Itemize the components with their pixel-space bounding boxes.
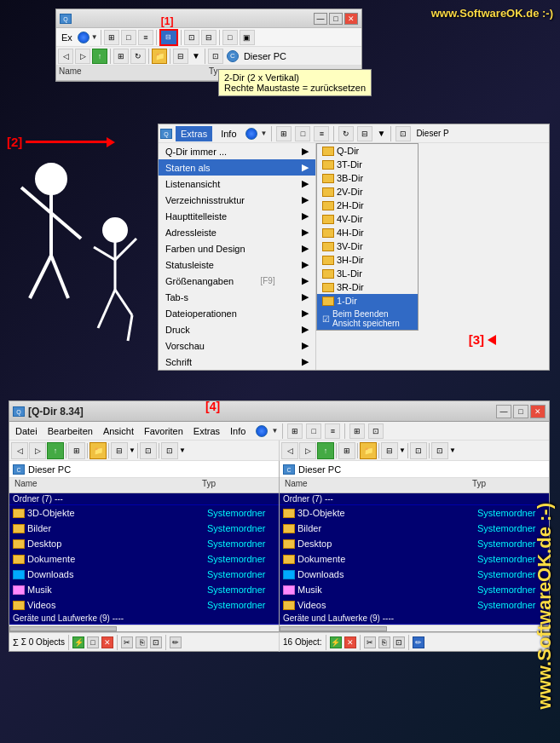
minimize-button[interactable]: — [314, 13, 327, 25]
menu-item-dateioperationen[interactable]: Dateioperationen ▶ [159, 305, 315, 321]
right-scrollbar[interactable] [280, 625, 549, 631]
d-tb1[interactable]: ⊞ [276, 126, 292, 141]
r-view[interactable]: ⊞ [338, 442, 355, 459]
r-extra-arrow[interactable]: ▼ [449, 446, 456, 454]
menu-item-haupttitelleiste[interactable]: Haupttitelleiste ▶ [159, 208, 315, 224]
submenu-1dir[interactable]: 1-Dir [317, 294, 418, 308]
menu-item-adressleiste[interactable]: Adressleiste ▶ [159, 224, 315, 240]
m-tb3[interactable]: ≡ [325, 423, 340, 439]
submenu-3ldir[interactable]: 3L-Dir [317, 267, 418, 280]
right-status-btn2[interactable]: ✂ [364, 636, 376, 648]
r-extra1[interactable]: ⊡ [431, 442, 448, 459]
submenu-2vdir[interactable]: 2V-Dir [317, 185, 418, 199]
globe-dropdown-arrow[interactable]: ▼ [91, 33, 98, 41]
m-tb4[interactable]: ⊞ [349, 423, 365, 439]
main-menu-extras[interactable]: Extras [190, 425, 223, 437]
l-view[interactable]: ⊞ [68, 442, 85, 459]
right-status-btn4[interactable]: ⊡ [393, 636, 405, 648]
menu-item-groessen[interactable]: Größenangaben [F9] ▶ [159, 273, 315, 289]
menu-globe-arrow[interactable]: ▼ [261, 130, 268, 137]
d-dropdown-arrow[interactable]: ▼ [376, 129, 386, 138]
main-menu-favoriten[interactable]: Favoriten [141, 425, 187, 437]
submenu-4vdir[interactable]: 4V-Dir [317, 212, 418, 226]
main-maximize-btn[interactable]: □ [513, 405, 528, 418]
table-row[interactable]: Downloads Systemordner [9, 567, 279, 582]
r-back[interactable]: ◁ [281, 442, 298, 459]
table-row[interactable]: Dokumente Systemordner [9, 551, 279, 567]
right-col-name[interactable]: Name [282, 479, 470, 492]
right-col-type[interactable]: Typ [470, 479, 546, 492]
menu-item-listenansicht[interactable]: Listenansicht ▶ [159, 176, 315, 192]
close-button[interactable]: ✕ [344, 13, 358, 25]
submenu-3rdir[interactable]: 3R-Dir [317, 280, 418, 294]
menu-info[interactable]: Info [216, 126, 241, 141]
table-row[interactable]: Musik Systemordner [280, 582, 549, 597]
up-button[interactable]: ↑ [92, 49, 107, 64]
submenu-3vdir[interactable]: 3V-Dir [317, 239, 418, 253]
tb-btn-6[interactable]: □ [222, 30, 238, 45]
l-back[interactable]: ◁ [11, 442, 28, 459]
left-scroll-thumb[interactable] [9, 626, 117, 631]
tb-btn-7[interactable]: ▣ [240, 30, 255, 45]
folder-button[interactable]: 📁 [152, 49, 167, 64]
left-status-delete[interactable]: ✕ [101, 636, 113, 648]
main-globe-arrow[interactable]: ▼ [271, 427, 278, 435]
menu-item-druck[interactable]: Druck ▶ [159, 321, 315, 337]
l-layout-arrow[interactable]: ▼ [129, 446, 136, 454]
submenu-3bdir[interactable]: 3B-Dir [317, 171, 418, 185]
maximize-button[interactable]: □ [329, 13, 343, 25]
left-status-btn5[interactable]: ⊡ [150, 636, 162, 648]
l-layout[interactable]: ⊟ [111, 442, 128, 459]
submenu-qdir[interactable]: Q-Dir [317, 144, 418, 158]
back-button[interactable]: ◁ [58, 49, 73, 64]
tb-btn-1[interactable]: ⊞ [104, 30, 119, 45]
menu-item-schrift[interactable]: Schrift ▶ [159, 354, 315, 370]
left-col-name[interactable]: Name [12, 479, 199, 492]
table-row[interactable]: Bilder Systemordner [9, 521, 279, 536]
submenu-2hdir[interactable]: 2H-Dir [317, 199, 418, 212]
left-scrollbar[interactable] [9, 625, 279, 631]
d-tb3[interactable]: ≡ [314, 126, 329, 141]
main-close-btn[interactable]: ✕ [530, 405, 546, 418]
menu-extras[interactable]: Extras [176, 126, 212, 141]
tb-btn-2[interactable]: □ [121, 30, 136, 45]
d-tb6[interactable]: ⊡ [395, 126, 411, 141]
main-menu-bearbeiten[interactable]: Bearbeiten [44, 425, 96, 437]
table-row[interactable]: Musik Systemordner [9, 582, 279, 597]
r-folder[interactable]: 📁 [360, 442, 377, 459]
l-extra-arrow[interactable]: ▼ [179, 446, 186, 454]
table-row[interactable]: Desktop Systemordner [9, 536, 279, 551]
right-scroll-thumb[interactable] [280, 626, 387, 631]
r-layout-arrow[interactable]: ▼ [399, 446, 406, 454]
table-row[interactable]: Downloads Systemordner [280, 567, 549, 582]
d-tb5[interactable]: ⊟ [357, 126, 372, 141]
layout-dropdown[interactable]: ▼ [190, 51, 202, 60]
d-tb4[interactable]: ↻ [338, 126, 354, 141]
pane-btn[interactable]: ⊡ [208, 49, 223, 64]
r-forward[interactable]: ▷ [299, 442, 316, 459]
left-status-btn2[interactable]: □ [87, 636, 99, 648]
globe-icon[interactable] [78, 32, 89, 43]
table-row[interactable]: Dokumente Systemordner [280, 551, 549, 567]
submenu-3tdir[interactable]: 3T-Dir [317, 158, 418, 171]
left-col-type[interactable]: Typ [199, 479, 276, 492]
menu-item-starten-als[interactable]: Starten als ▶ [159, 159, 315, 176]
left-status-btn6[interactable]: ✏ [170, 636, 182, 648]
l-folder[interactable]: 📁 [89, 442, 107, 459]
menu-item-vorschau[interactable]: Vorschau ▶ [159, 337, 315, 354]
tb-btn-4[interactable]: ⊡ [184, 30, 199, 45]
menu-item-tabs[interactable]: Tab-s ▶ [159, 289, 315, 305]
menu-item-qdir-immer[interactable]: Q-Dir immer ... ▶ [159, 143, 315, 159]
main-globe-icon[interactable] [256, 425, 268, 437]
l-pane[interactable]: ⊡ [140, 442, 157, 459]
m-tb5[interactable]: ⊡ [368, 423, 384, 439]
right-status-btn5[interactable]: ✏ [413, 636, 424, 648]
left-status-btn1[interactable]: ⚡ [72, 636, 84, 648]
menu-item-statusleiste[interactable]: Statusleiste ▶ [159, 256, 315, 273]
col-name-header[interactable]: Name [59, 66, 209, 79]
left-status-btn4[interactable]: ⎘ [136, 636, 147, 648]
table-row[interactable]: Bilder Systemordner [280, 521, 549, 536]
d-tb2[interactable]: □ [295, 126, 310, 141]
table-row[interactable]: Videos Systemordner [280, 597, 549, 613]
r-pane[interactable]: ⊡ [410, 442, 427, 459]
